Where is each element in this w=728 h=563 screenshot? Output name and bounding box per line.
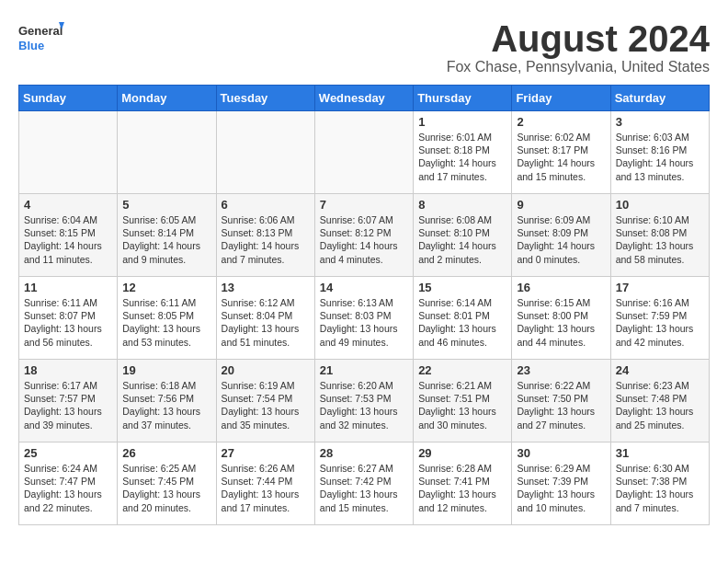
day-number: 3 — [616, 115, 704, 129]
header-row: SundayMondayTuesdayWednesdayThursdayFrid… — [19, 86, 710, 111]
day-detail: Sunrise: 6:24 AM Sunset: 7:47 PM Dayligh… — [24, 462, 112, 514]
day-number: 24 — [616, 363, 704, 377]
calendar-cell: 4Sunrise: 6:04 AM Sunset: 8:15 PM Daylig… — [19, 194, 118, 277]
day-number: 6 — [222, 198, 310, 212]
day-detail: Sunrise: 6:10 AM Sunset: 8:08 PM Dayligh… — [616, 213, 704, 266]
day-detail: Sunrise: 6:12 AM Sunset: 8:04 PM Dayligh… — [222, 296, 310, 349]
day-number: 4 — [24, 198, 112, 212]
calendar-cell: 7Sunrise: 6:07 AM Sunset: 8:12 PM Daylig… — [314, 194, 413, 277]
logo: General Blue — [18, 18, 64, 60]
day-number: 13 — [222, 281, 310, 294]
day-detail: Sunrise: 6:29 AM Sunset: 7:39 PM Dayligh… — [517, 462, 605, 514]
calendar-table: SundayMondayTuesdayWednesdayThursdayFrid… — [18, 85, 710, 525]
day-number: 18 — [24, 363, 112, 377]
title-block: August 2024 Fox Chase, Pennsylvania, Uni… — [447, 18, 710, 75]
calendar-cell: 21Sunrise: 6:20 AM Sunset: 7:53 PM Dayli… — [314, 360, 413, 442]
day-detail: Sunrise: 6:17 AM Sunset: 7:57 PM Dayligh… — [24, 379, 112, 431]
day-detail: Sunrise: 6:15 AM Sunset: 8:00 PM Dayligh… — [517, 296, 605, 349]
day-number: 31 — [616, 446, 704, 460]
sub-title: Fox Chase, Pennsylvania, United States — [447, 59, 710, 75]
calendar-cell: 8Sunrise: 6:08 AM Sunset: 8:10 PM Daylig… — [414, 194, 512, 277]
svg-text:Blue: Blue — [18, 39, 44, 52]
day-detail: Sunrise: 6:09 AM Sunset: 8:09 PM Dayligh… — [517, 213, 605, 266]
day-number: 26 — [122, 446, 210, 460]
day-number: 1 — [418, 115, 506, 129]
calendar-cell: 6Sunrise: 6:06 AM Sunset: 8:13 PM Daylig… — [216, 194, 314, 277]
calendar-cell: 5Sunrise: 6:05 AM Sunset: 8:14 PM Daylig… — [118, 194, 216, 277]
calendar-cell: 26Sunrise: 6:25 AM Sunset: 7:45 PM Dayli… — [118, 442, 216, 525]
day-detail: Sunrise: 6:03 AM Sunset: 8:16 PM Dayligh… — [616, 131, 704, 183]
day-detail: Sunrise: 6:08 AM Sunset: 8:10 PM Dayligh… — [418, 213, 506, 266]
day-detail: Sunrise: 6:25 AM Sunset: 7:45 PM Dayligh… — [122, 462, 210, 514]
day-number: 25 — [24, 446, 112, 460]
day-number: 12 — [122, 281, 210, 294]
calendar-header: SundayMondayTuesdayWednesdayThursdayFrid… — [19, 86, 710, 111]
calendar-cell: 24Sunrise: 6:23 AM Sunset: 7:48 PM Dayli… — [610, 360, 709, 442]
day-number: 14 — [320, 281, 408, 294]
day-detail: Sunrise: 6:18 AM Sunset: 7:56 PM Dayligh… — [122, 379, 210, 431]
calendar-cell — [19, 111, 118, 194]
week-row-5: 25Sunrise: 6:24 AM Sunset: 7:47 PM Dayli… — [19, 442, 710, 525]
calendar-cell: 15Sunrise: 6:14 AM Sunset: 8:01 PM Dayli… — [414, 277, 512, 360]
day-detail: Sunrise: 6:11 AM Sunset: 8:07 PM Dayligh… — [24, 296, 112, 349]
calendar-cell: 12Sunrise: 6:11 AM Sunset: 8:05 PM Dayli… — [118, 277, 216, 360]
day-number: 22 — [418, 363, 506, 377]
day-detail: Sunrise: 6:30 AM Sunset: 7:38 PM Dayligh… — [616, 462, 704, 514]
header-day-thursday: Thursday — [414, 86, 512, 111]
day-number: 11 — [24, 281, 112, 294]
day-detail: Sunrise: 6:14 AM Sunset: 8:01 PM Dayligh… — [418, 296, 506, 349]
calendar-cell: 20Sunrise: 6:19 AM Sunset: 7:54 PM Dayli… — [216, 360, 314, 442]
calendar-cell: 11Sunrise: 6:11 AM Sunset: 8:07 PM Dayli… — [19, 277, 118, 360]
calendar-cell — [216, 111, 314, 194]
calendar-cell: 31Sunrise: 6:30 AM Sunset: 7:38 PM Dayli… — [610, 442, 709, 525]
day-number: 8 — [418, 198, 506, 212]
day-number: 30 — [517, 446, 605, 460]
calendar-cell: 17Sunrise: 6:16 AM Sunset: 7:59 PM Dayli… — [610, 277, 709, 360]
day-detail: Sunrise: 6:28 AM Sunset: 7:41 PM Dayligh… — [418, 462, 506, 514]
day-detail: Sunrise: 6:07 AM Sunset: 8:12 PM Dayligh… — [320, 213, 408, 266]
day-detail: Sunrise: 6:13 AM Sunset: 8:03 PM Dayligh… — [320, 296, 408, 349]
calendar-cell: 22Sunrise: 6:21 AM Sunset: 7:51 PM Dayli… — [414, 360, 512, 442]
day-number: 9 — [517, 198, 605, 212]
week-row-2: 4Sunrise: 6:04 AM Sunset: 8:15 PM Daylig… — [19, 194, 710, 277]
day-detail: Sunrise: 6:16 AM Sunset: 7:59 PM Dayligh… — [616, 296, 704, 349]
day-number: 23 — [517, 363, 605, 377]
day-number: 20 — [222, 363, 310, 377]
calendar-cell: 3Sunrise: 6:03 AM Sunset: 8:16 PM Daylig… — [610, 111, 709, 194]
calendar-cell: 13Sunrise: 6:12 AM Sunset: 8:04 PM Dayli… — [216, 277, 314, 360]
day-number: 15 — [418, 281, 506, 294]
calendar-cell: 23Sunrise: 6:22 AM Sunset: 7:50 PM Dayli… — [512, 360, 610, 442]
day-detail: Sunrise: 6:23 AM Sunset: 7:48 PM Dayligh… — [616, 379, 704, 431]
calendar-cell: 29Sunrise: 6:28 AM Sunset: 7:41 PM Dayli… — [414, 442, 512, 525]
svg-text:General: General — [18, 24, 63, 38]
day-number: 7 — [320, 198, 408, 212]
calendar-cell: 18Sunrise: 6:17 AM Sunset: 7:57 PM Dayli… — [19, 360, 118, 442]
day-detail: Sunrise: 6:04 AM Sunset: 8:15 PM Dayligh… — [24, 213, 112, 266]
day-number: 21 — [320, 363, 408, 377]
day-number: 2 — [517, 115, 605, 129]
day-number: 19 — [122, 363, 210, 377]
day-number: 28 — [320, 446, 408, 460]
calendar-cell: 10Sunrise: 6:10 AM Sunset: 8:08 PM Dayli… — [610, 194, 709, 277]
calendar-cell: 19Sunrise: 6:18 AM Sunset: 7:56 PM Dayli… — [118, 360, 216, 442]
calendar-cell — [314, 111, 413, 194]
day-detail: Sunrise: 6:19 AM Sunset: 7:54 PM Dayligh… — [222, 379, 310, 431]
main-title: August 2024 — [447, 18, 710, 59]
day-number: 27 — [222, 446, 310, 460]
calendar-cell: 14Sunrise: 6:13 AM Sunset: 8:03 PM Dayli… — [314, 277, 413, 360]
calendar-cell: 30Sunrise: 6:29 AM Sunset: 7:39 PM Dayli… — [512, 442, 610, 525]
calendar-cell — [118, 111, 216, 194]
day-number: 10 — [616, 198, 704, 212]
week-row-4: 18Sunrise: 6:17 AM Sunset: 7:57 PM Dayli… — [19, 360, 710, 442]
day-number: 17 — [616, 281, 704, 294]
header-day-monday: Monday — [118, 86, 216, 111]
header-day-sunday: Sunday — [19, 86, 118, 111]
day-number: 16 — [517, 281, 605, 294]
header: General Blue August 2024 Fox Chase, Penn… — [18, 18, 710, 75]
header-day-tuesday: Tuesday — [216, 86, 314, 111]
calendar-cell: 2Sunrise: 6:02 AM Sunset: 8:17 PM Daylig… — [512, 111, 610, 194]
day-detail: Sunrise: 6:20 AM Sunset: 7:53 PM Dayligh… — [320, 379, 408, 431]
day-detail: Sunrise: 6:21 AM Sunset: 7:51 PM Dayligh… — [418, 379, 506, 431]
header-day-saturday: Saturday — [610, 86, 709, 111]
day-detail: Sunrise: 6:22 AM Sunset: 7:50 PM Dayligh… — [517, 379, 605, 431]
